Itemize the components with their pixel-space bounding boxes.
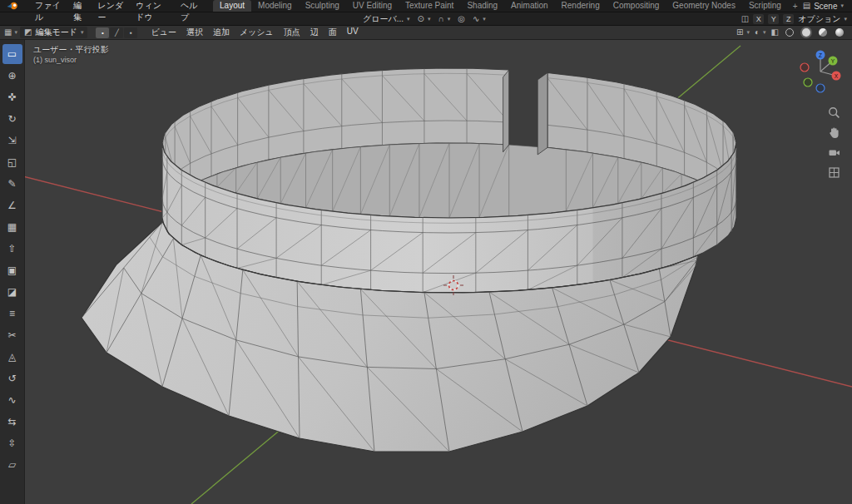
navigation-gizmo[interactable]: X Y Z bbox=[794, 45, 847, 100]
viewport-canvas[interactable] bbox=[0, 0, 852, 504]
viewport-header-right: ⊞ ▾ ◐ ▾ ◧ bbox=[736, 27, 848, 38]
tool-options-group: ◫ X Y Z オプション ▾ bbox=[741, 13, 847, 25]
axis-z-negative-ball[interactable] bbox=[816, 84, 825, 92]
zoom-icon[interactable] bbox=[828, 106, 840, 119]
falloff-dropdown[interactable]: ∿ ▾ bbox=[473, 15, 486, 23]
mode-dropdown[interactable]: ◩ 編集モード ▾ bbox=[20, 27, 87, 38]
viewport-info: ユーザー・平行投影 (1) sun_visor bbox=[33, 44, 108, 66]
tool-select-box[interactable]: ▭ bbox=[2, 44, 22, 64]
active-object-label: (1) sun_visor bbox=[33, 55, 108, 66]
viewport-menu-uv[interactable]: UV bbox=[342, 27, 364, 38]
gizmo-dropdown[interactable]: ⊞ ▾ bbox=[736, 28, 750, 37]
tool-spin[interactable]: ↺ bbox=[2, 368, 22, 388]
tool-scale[interactable]: ⇲ bbox=[2, 131, 22, 151]
select-mode-face[interactable]: ▪ bbox=[124, 27, 137, 38]
gizmo-widget-icon: ⊞ bbox=[736, 28, 743, 37]
shading-rendered-button[interactable] bbox=[834, 27, 845, 38]
tool-shrink-fatten[interactable]: ⇳ bbox=[2, 433, 22, 453]
axis-x-negative-ball[interactable] bbox=[800, 63, 809, 72]
axis-y-negative-ball[interactable] bbox=[804, 78, 812, 86]
tool-loop-cut[interactable]: ≡ bbox=[2, 304, 22, 324]
options-dropdown[interactable]: オプション ▾ bbox=[798, 13, 847, 25]
tool-add-cube[interactable]: ▦ bbox=[2, 217, 22, 237]
tab-geometry-nodes[interactable]: Geometry Nodes bbox=[666, 0, 742, 12]
menu-edit[interactable]: 編集 bbox=[67, 0, 92, 12]
select-mode-edge[interactable]: ╱ bbox=[110, 27, 123, 38]
mirror-z-toggle[interactable]: Z bbox=[783, 14, 794, 24]
viewport-menu-select[interactable]: 選択 bbox=[181, 27, 208, 38]
shading-solid-button[interactable] bbox=[800, 27, 812, 38]
viewport-menu-edge[interactable]: 辺 bbox=[305, 27, 324, 38]
chevron-down-icon: ▾ bbox=[763, 29, 766, 36]
mode-label: 編集モード bbox=[35, 27, 77, 38]
mirror-y-toggle[interactable]: Y bbox=[768, 14, 779, 24]
viewport-menus: ビュー選択追加メッシュ頂点辺面UV bbox=[146, 27, 363, 38]
tool-settings-bar: グローバ... ▾ ⊙ ▾ ∩ ▾ ◎ ∿ ▾ ◫ X bbox=[0, 12, 852, 26]
menu-window[interactable]: ウィンドウ bbox=[130, 0, 175, 12]
mirror-icon: ◫ bbox=[741, 15, 749, 23]
menu-file[interactable]: ファイル bbox=[29, 0, 67, 12]
menu-help[interactable]: ヘルプ bbox=[175, 0, 206, 12]
snap-magnet-icon: ∩ bbox=[438, 15, 443, 23]
topbar: ファイル編集レンダーウィンドウヘルプ LayoutModelingSculpti… bbox=[0, 0, 852, 12]
menu-render[interactable]: レンダー bbox=[92, 0, 131, 12]
tool-edge-slide[interactable]: ⇆ bbox=[2, 412, 22, 432]
tab-layout[interactable]: Layout bbox=[213, 0, 251, 12]
options-label: オプション bbox=[798, 13, 840, 25]
overlays-dropdown[interactable]: ◐ ▾ bbox=[755, 28, 766, 37]
viewport-menu-view[interactable]: ビュー bbox=[146, 27, 181, 38]
perspective-toggle-icon[interactable] bbox=[828, 166, 840, 179]
shading-material-button[interactable] bbox=[817, 27, 829, 38]
tab-rendering[interactable]: Rendering bbox=[555, 0, 607, 12]
tab-uv-editing[interactable]: UV Editing bbox=[346, 0, 399, 12]
blender-logo-icon[interactable] bbox=[7, 2, 19, 10]
mirror-x-toggle[interactable]: X bbox=[753, 14, 764, 24]
tool-extrude-region[interactable]: ⇧ bbox=[2, 239, 22, 259]
tool-shear[interactable]: ▱ bbox=[2, 455, 22, 475]
editor-type-icon[interactable]: ▦ bbox=[4, 28, 12, 37]
snap-dropdown[interactable]: ∩ ▾ bbox=[438, 15, 450, 23]
material-shading-icon bbox=[819, 28, 827, 37]
menu-bar: ファイル編集レンダーウィンドウヘルプ bbox=[29, 0, 206, 12]
select-mode-vertex[interactable]: • bbox=[96, 27, 109, 38]
tool-move[interactable]: ✜ bbox=[2, 87, 22, 107]
tab-modeling[interactable]: Modeling bbox=[251, 0, 299, 12]
tool-annotate[interactable]: ✎ bbox=[2, 174, 22, 194]
chevron-down-icon: ▾ bbox=[746, 29, 750, 36]
tool-bevel[interactable]: ◪ bbox=[2, 282, 22, 302]
tool-knife[interactable]: ✂ bbox=[2, 325, 22, 345]
chevron-down-icon: ▾ bbox=[14, 29, 17, 36]
chevron-down-icon: ▾ bbox=[407, 16, 410, 22]
viewport-menu-mesh[interactable]: メッシュ bbox=[235, 27, 279, 38]
tab-texture-paint[interactable]: Texture Paint bbox=[399, 0, 460, 12]
tab-sculpting[interactable]: Sculpting bbox=[299, 0, 346, 12]
select-mode-buttons: •╱▪ bbox=[96, 27, 137, 38]
shading-wireframe-button[interactable] bbox=[784, 27, 795, 38]
tool-poly-build[interactable]: ◬ bbox=[2, 347, 22, 367]
tab-compositing[interactable]: Compositing bbox=[607, 0, 666, 12]
xray-toggle-icon[interactable]: ◧ bbox=[771, 28, 779, 37]
workspace-tabs: LayoutModelingSculptingUV EditingTexture… bbox=[213, 0, 788, 12]
tab-shading[interactable]: Shading bbox=[460, 0, 504, 12]
proportional-editing-icon[interactable]: ◎ bbox=[458, 15, 465, 23]
pan-hand-icon[interactable] bbox=[828, 126, 840, 139]
tool-cursor[interactable]: ⊕ bbox=[2, 66, 22, 86]
chevron-down-icon: ▾ bbox=[844, 16, 847, 22]
camera-view-icon[interactable] bbox=[828, 146, 840, 159]
viewport-menu-add[interactable]: 追加 bbox=[208, 27, 235, 38]
scene-selector[interactable]: ▤ Scene ▾ bbox=[803, 2, 849, 11]
transform-orientation-dropdown[interactable]: グローバ... ▾ bbox=[363, 13, 410, 25]
viewport-menu-vertex[interactable]: 頂点 bbox=[279, 27, 305, 38]
view-label: ユーザー・平行投影 bbox=[33, 44, 108, 55]
tool-inset-faces[interactable]: ▣ bbox=[2, 260, 22, 280]
add-workspace-button[interactable]: + bbox=[788, 2, 803, 11]
tab-scripting[interactable]: Scripting bbox=[742, 0, 788, 12]
tool-smooth[interactable]: ∿ bbox=[2, 390, 22, 410]
tool-rotate[interactable]: ↻ bbox=[2, 109, 22, 129]
tool-transform[interactable]: ◱ bbox=[2, 152, 22, 172]
pivot-point-dropdown[interactable]: ⊙ ▾ bbox=[418, 15, 431, 23]
toolbar: ▭⊕✜↻⇲◱✎∠▦⇧▣◪≡✂◬↺∿⇆⇳▱ bbox=[0, 40, 25, 504]
viewport-menu-face[interactable]: 面 bbox=[324, 27, 342, 38]
tool-measure[interactable]: ∠ bbox=[2, 195, 22, 215]
tab-animation[interactable]: Animation bbox=[504, 0, 554, 12]
